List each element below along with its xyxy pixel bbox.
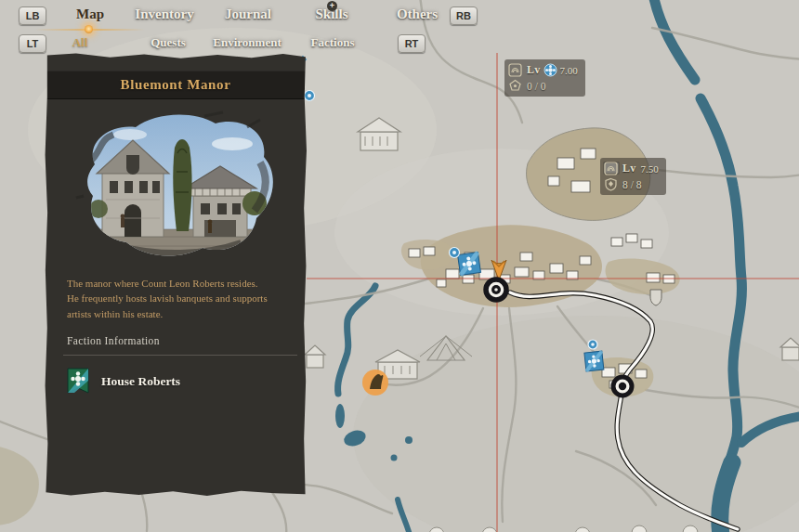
tab-inventory[interactable]: Inventory [127,6,202,22]
faction-row[interactable]: House Roberts [67,368,286,396]
controller-rt-button: RT [398,34,426,53]
divider [63,355,297,356]
faction-banner-marker[interactable] [458,253,481,276]
faction-banner-marker-2[interactable] [584,351,604,371]
region-level-label: Lv [622,162,636,175]
location-info-panel: Bluemont Manor [45,53,307,497]
blue-circle-marker-3[interactable] [305,91,315,101]
region-info-badge-1: Lv 7.00 0 / 0 [504,59,585,97]
active-tab-indicator-dot [85,25,93,33]
blue-gear-marker-icon [544,63,557,77]
subtab-quests[interactable]: Quests [136,35,201,50]
faction-name: House Roberts [101,374,180,389]
manor-illustration [65,107,286,266]
game-map-screen: Lv 7.00 0 / 0 Lv 7.50 [0,0,799,532]
subtab-environment[interactable]: Environment [205,35,289,50]
controller-lt-button: LT [19,34,46,53]
subtab-all[interactable]: All [57,35,103,50]
description-line: The manor where Count Leon Roberts resid… [67,276,286,291]
gem-icon [508,79,522,93]
region-level-label: Lv [527,63,541,77]
skills-notification-plus-icon: + [327,1,337,11]
stable-horse-marker[interactable] [362,370,388,396]
subtab-factions[interactable]: Factions [300,35,365,50]
location-description: The manor where Count Leon Roberts resid… [67,276,286,321]
region-level-value: 7.00 [560,65,578,76]
shield-crest-marker[interactable] [650,290,661,305]
waypoint-ring[interactable] [613,377,632,396]
controller-rb-button: RB [450,6,478,25]
manor-level-icon [604,162,618,175]
blue-circle-marker-2[interactable] [588,340,597,349]
controller-lb-button: LB [19,6,46,25]
player-position-ring[interactable] [486,279,506,300]
region-level-value: 7.50 [641,163,659,175]
description-line: He frequently hosts lavish banquets and … [67,291,286,305]
region-count: 8 / 8 [622,179,641,190]
region-info-badge-2: Lv 7.50 8 / 8 [600,158,666,195]
tab-journal[interactable]: Journal [216,6,281,22]
manor-level-icon [508,63,522,77]
panel-header: Bluemont Manor [45,71,307,99]
description-line: artists within his estate. [67,306,286,321]
shield-icon [604,177,618,191]
tab-map[interactable]: Map [70,6,111,22]
blue-circle-marker[interactable] [450,248,460,258]
faction-information-label: Faction Information [67,335,286,346]
house-roberts-banner-icon [67,368,89,396]
location-title: Bluemont Manor [121,77,231,93]
tab-others[interactable]: Others [385,6,450,22]
region-count: 0 / 0 [527,81,545,92]
